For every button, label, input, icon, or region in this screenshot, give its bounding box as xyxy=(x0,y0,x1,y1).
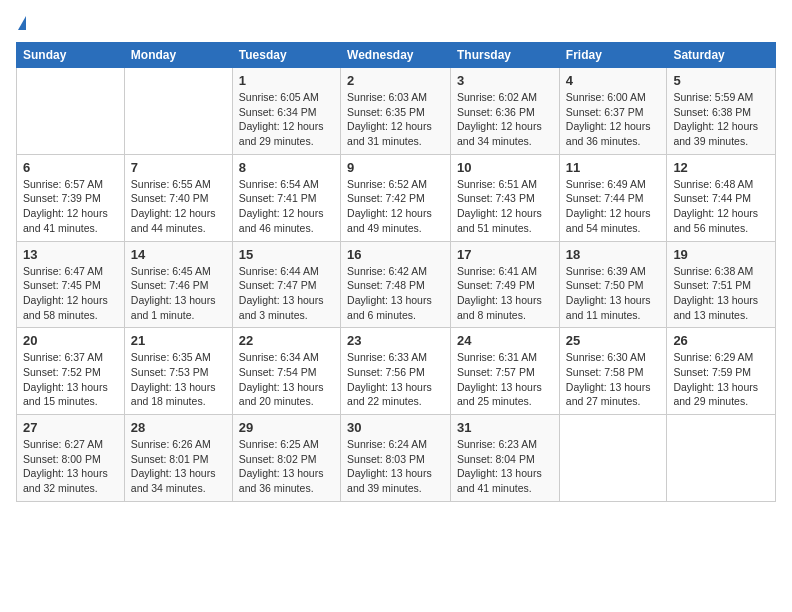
day-number: 11 xyxy=(566,160,661,175)
day-number: 2 xyxy=(347,73,444,88)
day-number: 15 xyxy=(239,247,334,262)
day-info: Sunrise: 6:02 AM Sunset: 6:36 PM Dayligh… xyxy=(457,90,553,149)
day-info: Sunrise: 6:44 AM Sunset: 7:47 PM Dayligh… xyxy=(239,264,334,323)
day-info: Sunrise: 6:37 AM Sunset: 7:52 PM Dayligh… xyxy=(23,350,118,409)
day-info: Sunrise: 6:49 AM Sunset: 7:44 PM Dayligh… xyxy=(566,177,661,236)
calendar-cell xyxy=(559,415,667,502)
day-number: 17 xyxy=(457,247,553,262)
day-info: Sunrise: 6:51 AM Sunset: 7:43 PM Dayligh… xyxy=(457,177,553,236)
day-number: 14 xyxy=(131,247,226,262)
calendar-week-2: 6Sunrise: 6:57 AM Sunset: 7:39 PM Daylig… xyxy=(17,154,776,241)
day-number: 18 xyxy=(566,247,661,262)
day-number: 10 xyxy=(457,160,553,175)
day-number: 24 xyxy=(457,333,553,348)
calendar-cell: 13Sunrise: 6:47 AM Sunset: 7:45 PM Dayli… xyxy=(17,241,125,328)
day-number: 21 xyxy=(131,333,226,348)
calendar-cell: 15Sunrise: 6:44 AM Sunset: 7:47 PM Dayli… xyxy=(232,241,340,328)
day-number: 3 xyxy=(457,73,553,88)
calendar-cell: 8Sunrise: 6:54 AM Sunset: 7:41 PM Daylig… xyxy=(232,154,340,241)
header-cell-saturday: Saturday xyxy=(667,43,776,68)
calendar-cell: 3Sunrise: 6:02 AM Sunset: 6:36 PM Daylig… xyxy=(451,68,560,155)
header-cell-friday: Friday xyxy=(559,43,667,68)
day-number: 30 xyxy=(347,420,444,435)
calendar-cell: 31Sunrise: 6:23 AM Sunset: 8:04 PM Dayli… xyxy=(451,415,560,502)
logo-triangle-icon xyxy=(18,16,26,30)
day-info: Sunrise: 6:27 AM Sunset: 8:00 PM Dayligh… xyxy=(23,437,118,496)
day-info: Sunrise: 6:34 AM Sunset: 7:54 PM Dayligh… xyxy=(239,350,334,409)
day-number: 31 xyxy=(457,420,553,435)
day-info: Sunrise: 6:35 AM Sunset: 7:53 PM Dayligh… xyxy=(131,350,226,409)
calendar-cell: 19Sunrise: 6:38 AM Sunset: 7:51 PM Dayli… xyxy=(667,241,776,328)
day-number: 13 xyxy=(23,247,118,262)
calendar-cell: 12Sunrise: 6:48 AM Sunset: 7:44 PM Dayli… xyxy=(667,154,776,241)
day-info: Sunrise: 6:48 AM Sunset: 7:44 PM Dayligh… xyxy=(673,177,769,236)
day-number: 26 xyxy=(673,333,769,348)
calendar-cell: 11Sunrise: 6:49 AM Sunset: 7:44 PM Dayli… xyxy=(559,154,667,241)
calendar-cell: 14Sunrise: 6:45 AM Sunset: 7:46 PM Dayli… xyxy=(124,241,232,328)
day-number: 20 xyxy=(23,333,118,348)
header-cell-tuesday: Tuesday xyxy=(232,43,340,68)
calendar-cell: 7Sunrise: 6:55 AM Sunset: 7:40 PM Daylig… xyxy=(124,154,232,241)
calendar-week-1: 1Sunrise: 6:05 AM Sunset: 6:34 PM Daylig… xyxy=(17,68,776,155)
calendar-cell: 30Sunrise: 6:24 AM Sunset: 8:03 PM Dayli… xyxy=(341,415,451,502)
header-cell-monday: Monday xyxy=(124,43,232,68)
day-number: 1 xyxy=(239,73,334,88)
header-row: SundayMondayTuesdayWednesdayThursdayFrid… xyxy=(17,43,776,68)
day-info: Sunrise: 6:42 AM Sunset: 7:48 PM Dayligh… xyxy=(347,264,444,323)
day-info: Sunrise: 6:05 AM Sunset: 6:34 PM Dayligh… xyxy=(239,90,334,149)
calendar-cell xyxy=(667,415,776,502)
calendar-cell: 17Sunrise: 6:41 AM Sunset: 7:49 PM Dayli… xyxy=(451,241,560,328)
day-number: 5 xyxy=(673,73,769,88)
day-number: 4 xyxy=(566,73,661,88)
calendar-cell xyxy=(17,68,125,155)
day-info: Sunrise: 6:45 AM Sunset: 7:46 PM Dayligh… xyxy=(131,264,226,323)
calendar-cell: 10Sunrise: 6:51 AM Sunset: 7:43 PM Dayli… xyxy=(451,154,560,241)
day-number: 23 xyxy=(347,333,444,348)
day-number: 7 xyxy=(131,160,226,175)
day-info: Sunrise: 6:03 AM Sunset: 6:35 PM Dayligh… xyxy=(347,90,444,149)
calendar-cell: 2Sunrise: 6:03 AM Sunset: 6:35 PM Daylig… xyxy=(341,68,451,155)
calendar-cell: 9Sunrise: 6:52 AM Sunset: 7:42 PM Daylig… xyxy=(341,154,451,241)
day-info: Sunrise: 6:30 AM Sunset: 7:58 PM Dayligh… xyxy=(566,350,661,409)
calendar-cell: 5Sunrise: 5:59 AM Sunset: 6:38 PM Daylig… xyxy=(667,68,776,155)
calendar-cell: 6Sunrise: 6:57 AM Sunset: 7:39 PM Daylig… xyxy=(17,154,125,241)
day-info: Sunrise: 6:52 AM Sunset: 7:42 PM Dayligh… xyxy=(347,177,444,236)
day-info: Sunrise: 6:55 AM Sunset: 7:40 PM Dayligh… xyxy=(131,177,226,236)
day-info: Sunrise: 6:41 AM Sunset: 7:49 PM Dayligh… xyxy=(457,264,553,323)
calendar-cell: 24Sunrise: 6:31 AM Sunset: 7:57 PM Dayli… xyxy=(451,328,560,415)
day-number: 27 xyxy=(23,420,118,435)
day-info: Sunrise: 6:23 AM Sunset: 8:04 PM Dayligh… xyxy=(457,437,553,496)
calendar-cell: 21Sunrise: 6:35 AM Sunset: 7:53 PM Dayli… xyxy=(124,328,232,415)
page-header xyxy=(16,16,776,30)
day-number: 16 xyxy=(347,247,444,262)
day-info: Sunrise: 6:57 AM Sunset: 7:39 PM Dayligh… xyxy=(23,177,118,236)
day-info: Sunrise: 6:00 AM Sunset: 6:37 PM Dayligh… xyxy=(566,90,661,149)
calendar-cell xyxy=(124,68,232,155)
day-info: Sunrise: 6:24 AM Sunset: 8:03 PM Dayligh… xyxy=(347,437,444,496)
calendar-cell: 26Sunrise: 6:29 AM Sunset: 7:59 PM Dayli… xyxy=(667,328,776,415)
day-info: Sunrise: 6:33 AM Sunset: 7:56 PM Dayligh… xyxy=(347,350,444,409)
header-cell-wednesday: Wednesday xyxy=(341,43,451,68)
header-cell-thursday: Thursday xyxy=(451,43,560,68)
day-number: 22 xyxy=(239,333,334,348)
calendar-cell: 29Sunrise: 6:25 AM Sunset: 8:02 PM Dayli… xyxy=(232,415,340,502)
calendar-week-5: 27Sunrise: 6:27 AM Sunset: 8:00 PM Dayli… xyxy=(17,415,776,502)
calendar-cell: 28Sunrise: 6:26 AM Sunset: 8:01 PM Dayli… xyxy=(124,415,232,502)
day-number: 12 xyxy=(673,160,769,175)
day-number: 8 xyxy=(239,160,334,175)
logo xyxy=(16,16,26,30)
calendar-table: SundayMondayTuesdayWednesdayThursdayFrid… xyxy=(16,42,776,502)
day-info: Sunrise: 6:47 AM Sunset: 7:45 PM Dayligh… xyxy=(23,264,118,323)
calendar-cell: 1Sunrise: 6:05 AM Sunset: 6:34 PM Daylig… xyxy=(232,68,340,155)
day-info: Sunrise: 6:39 AM Sunset: 7:50 PM Dayligh… xyxy=(566,264,661,323)
calendar-week-4: 20Sunrise: 6:37 AM Sunset: 7:52 PM Dayli… xyxy=(17,328,776,415)
day-info: Sunrise: 6:25 AM Sunset: 8:02 PM Dayligh… xyxy=(239,437,334,496)
day-info: Sunrise: 6:54 AM Sunset: 7:41 PM Dayligh… xyxy=(239,177,334,236)
day-number: 29 xyxy=(239,420,334,435)
day-info: Sunrise: 6:31 AM Sunset: 7:57 PM Dayligh… xyxy=(457,350,553,409)
calendar-week-3: 13Sunrise: 6:47 AM Sunset: 7:45 PM Dayli… xyxy=(17,241,776,328)
calendar-cell: 23Sunrise: 6:33 AM Sunset: 7:56 PM Dayli… xyxy=(341,328,451,415)
day-info: Sunrise: 6:26 AM Sunset: 8:01 PM Dayligh… xyxy=(131,437,226,496)
calendar-cell: 20Sunrise: 6:37 AM Sunset: 7:52 PM Dayli… xyxy=(17,328,125,415)
day-info: Sunrise: 5:59 AM Sunset: 6:38 PM Dayligh… xyxy=(673,90,769,149)
